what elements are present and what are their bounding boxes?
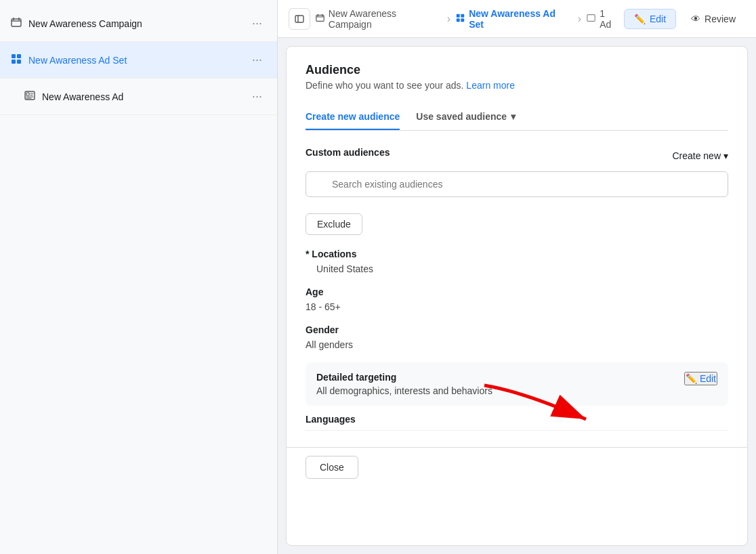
- search-audiences-input[interactable]: [306, 171, 728, 197]
- tab-use-saved-audience[interactable]: Use saved audience ▾: [416, 104, 516, 130]
- review-button[interactable]: 👁 Review: [681, 9, 745, 28]
- languages-label: Languages: [306, 414, 728, 431]
- custom-audiences-row: Custom audiences Create new ▾: [306, 147, 728, 165]
- top-bar-actions: ✏️ Edit 👁 Review: [624, 9, 745, 29]
- create-new-label: Create new: [672, 150, 721, 161]
- campaign-icon: [11, 17, 22, 30]
- locations-value: United States: [306, 263, 728, 274]
- locations-section: * Locations United States: [306, 249, 728, 274]
- adset-label: New Awareness Ad Set: [28, 55, 248, 66]
- audience-tabs: Create new audience Use saved audience ▾: [306, 104, 728, 131]
- breadcrumb-campaign-label: New Awareness Campaign: [329, 8, 442, 30]
- close-button[interactable]: Close: [306, 456, 358, 479]
- detailed-targeting-content: Detailed targeting All demographics, int…: [316, 372, 492, 396]
- sidebar-item-ad[interactable]: New Awareness Ad ···: [0, 79, 277, 115]
- svg-rect-1: [12, 54, 16, 58]
- gender-value: All genders: [306, 339, 728, 350]
- edit-pencil-icon: ✏️: [686, 373, 697, 384]
- chevron-down-icon: ▾: [511, 111, 516, 122]
- adset-more[interactable]: ···: [248, 51, 266, 68]
- ad-more[interactable]: ···: [248, 88, 266, 105]
- svg-rect-12: [461, 18, 464, 22]
- exclude-button[interactable]: Exclude: [306, 213, 362, 235]
- campaign-label: New Awareness Campaign: [28, 18, 248, 29]
- sidebar-item-adset[interactable]: New Awareness Ad Set ···: [0, 42, 277, 79]
- campaign-more[interactable]: ···: [248, 15, 266, 32]
- pencil-icon: ✏️: [634, 14, 646, 24]
- age-value: 18 - 65+: [306, 301, 728, 312]
- locations-label: * Locations: [306, 249, 728, 259]
- svg-rect-10: [461, 14, 464, 17]
- top-bar: New Awareness Campaign › New Awareness A…: [278, 0, 756, 38]
- svg-rect-9: [457, 14, 460, 17]
- tab-create-new-audience[interactable]: Create new audience: [306, 104, 400, 130]
- gender-section: Gender All genders: [306, 324, 728, 350]
- edit-button[interactable]: ✏️ Edit: [624, 9, 676, 29]
- breadcrumb-campaign-icon: [316, 14, 324, 24]
- detailed-targeting-edit-label: Edit: [700, 373, 716, 384]
- breadcrumb-ad-label: 1 Ad: [600, 8, 618, 30]
- breadcrumb-campaign[interactable]: New Awareness Campaign: [316, 8, 442, 30]
- sidebar-item-campaign[interactable]: New Awareness Campaign ···: [0, 5, 277, 42]
- search-wrapper: 🔍: [306, 171, 728, 205]
- sidebar-toggle-btn[interactable]: [289, 8, 310, 30]
- content-inner: Audience Define who you want to see your…: [287, 47, 747, 447]
- custom-audiences-label: Custom audiences: [306, 147, 390, 158]
- detailed-targeting-label: Detailed targeting: [316, 372, 492, 383]
- svg-rect-6: [26, 93, 29, 95]
- breadcrumb-sep-2: ›: [578, 13, 581, 25]
- svg-rect-11: [457, 18, 460, 22]
- main-panel: New Awareness Campaign › New Awareness A…: [278, 0, 756, 554]
- bottom-bar: Close: [287, 447, 747, 487]
- eye-icon: 👁: [691, 14, 700, 24]
- svg-rect-0: [12, 19, 21, 26]
- content-panel: Audience Define who you want to see your…: [286, 46, 748, 546]
- breadcrumb-ad-icon: [587, 14, 595, 24]
- age-label: Age: [306, 286, 728, 297]
- sidebar: New Awareness Campaign ··· New Awareness…: [0, 0, 278, 554]
- svg-rect-8: [316, 15, 324, 21]
- review-label: Review: [705, 14, 736, 24]
- breadcrumb-sep-1: ›: [447, 13, 450, 25]
- svg-rect-4: [17, 60, 21, 64]
- edit-label: Edit: [650, 14, 666, 24]
- svg-rect-13: [587, 14, 595, 21]
- svg-rect-2: [17, 54, 21, 58]
- close-label: Close: [320, 462, 344, 473]
- adset-icon: [11, 54, 22, 66]
- breadcrumb-adset-icon: [456, 14, 465, 24]
- ad-label: New Awareness Ad: [42, 91, 248, 102]
- gender-label: Gender: [306, 324, 728, 335]
- detailed-targeting-value: All demographics, interests and behavior…: [316, 385, 492, 396]
- audience-subtitle: Define who you want to see your ads. Lea…: [306, 80, 728, 91]
- learn-more-link[interactable]: Learn more: [466, 80, 515, 91]
- audience-title: Audience: [306, 63, 728, 77]
- exclude-label: Exclude: [317, 219, 351, 230]
- create-new-button[interactable]: Create new ▾: [672, 150, 728, 161]
- breadcrumb-ad[interactable]: 1 Ad: [587, 8, 618, 30]
- age-section: Age 18 - 65+: [306, 286, 728, 312]
- tab-saved-label: Use saved audience: [416, 111, 507, 122]
- ad-icon: [24, 90, 35, 103]
- audience-subtitle-text: Define who you want to see your ads.: [306, 80, 463, 91]
- tab-create-label: Create new audience: [306, 111, 400, 122]
- detailed-targeting-section: Detailed targeting All demographics, int…: [306, 362, 728, 406]
- breadcrumb-adset[interactable]: New Awareness Ad Set: [456, 8, 572, 30]
- detailed-targeting-edit-button[interactable]: ✏️ Edit: [684, 372, 717, 385]
- svg-rect-3: [12, 60, 16, 64]
- breadcrumb-adset-label: New Awareness Ad Set: [469, 8, 572, 30]
- svg-rect-7: [295, 16, 303, 22]
- dropdown-arrow-icon: ▾: [723, 150, 728, 161]
